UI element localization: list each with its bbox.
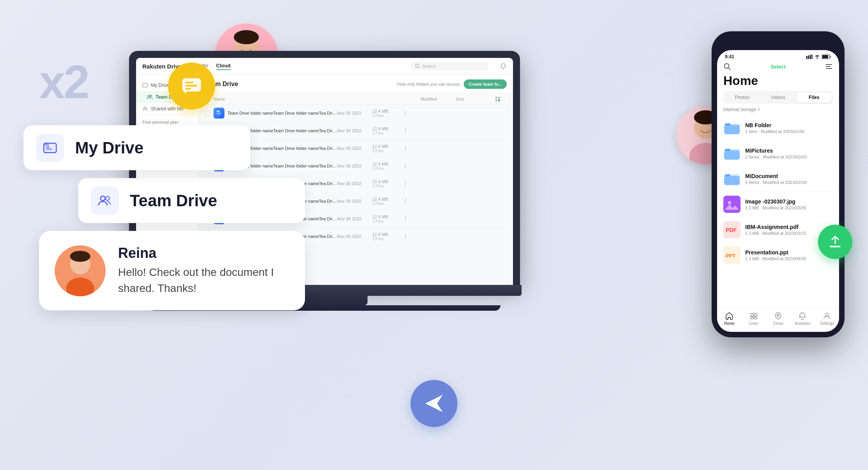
tab-files[interactable]: Files [796, 92, 832, 103]
phone-bottom-nav: Home Links Cloud Activities Settings [717, 308, 839, 332]
svg-point-55 [405, 183, 406, 184]
row-checkbox[interactable] [205, 110, 210, 116]
my-drive-card[interactable]: My My Drive [23, 125, 250, 170]
svg-rect-19 [143, 83, 147, 87]
file-more-btn[interactable] [400, 163, 411, 169]
phone-search-row: Select [717, 61, 839, 74]
phone-file-name: Image -0230307.jpg [745, 198, 833, 205]
svg-rect-96 [723, 196, 741, 213]
file-date: Nov 30 2022 [337, 128, 372, 133]
phone-file-name: NB Folder [745, 122, 833, 128]
svg-rect-27 [217, 111, 220, 112]
phone-nav-icon [750, 312, 758, 320]
file-size: 12.4 MB 3 Files [372, 109, 400, 118]
file-more-btn[interactable] [400, 198, 411, 204]
file-more-btn[interactable] [400, 110, 411, 116]
svg-point-56 [405, 185, 406, 185]
svg-point-2 [100, 196, 105, 201]
file-size: 12.4 MB 3 Files [372, 126, 400, 135]
file-size: 12.4 MB 3 Files [372, 144, 400, 153]
file-date: Nov 30 2022 [337, 216, 372, 221]
table-row[interactable]: Team Drive folder nameTeam Drive folder … [199, 104, 513, 122]
phone-file-item[interactable]: MiPictures 2 Items · Modified at 2023/02… [717, 141, 839, 166]
phone-file-name: Presentation.ppt [745, 249, 833, 256]
phone-search-icon[interactable] [723, 63, 731, 70]
svg-point-36 [405, 129, 406, 130]
phone-screen: 9:41 Select Home Photos [717, 50, 839, 332]
file-list: Team Drive folder nameTeam Drive folder … [199, 104, 513, 245]
svg-rect-81 [822, 55, 828, 58]
phone-file-item[interactable]: NB Folder 1 Item · Modified at 2023/01/0… [717, 115, 839, 141]
file-more-btn[interactable] [400, 234, 411, 239]
grid-view-icon[interactable] [495, 96, 500, 102]
phone-nav-activities[interactable]: Activities [790, 312, 814, 326]
svg-rect-28 [217, 113, 221, 113]
file-date: Nov 30 2022 [337, 234, 372, 239]
phone-nav-icon [725, 312, 733, 320]
svg-rect-29 [217, 114, 221, 115]
file-more-btn[interactable] [400, 216, 411, 221]
search-bar[interactable]: Search [411, 62, 489, 70]
svg-point-73 [405, 236, 406, 237]
svg-rect-75 [806, 56, 807, 59]
phone-body: 9:41 Select Home Photos [712, 31, 845, 337]
phone-menu-icon[interactable] [825, 63, 833, 70]
phone-file-meta: 1.3 MB · Modified at 2023/03/05 [745, 205, 833, 210]
svg-point-60 [405, 199, 406, 200]
svg-point-79 [817, 58, 818, 59]
svg-rect-92 [725, 149, 730, 151]
phone-status-icons [806, 54, 831, 59]
svg-rect-10 [185, 85, 197, 86]
file-more-btn[interactable] [400, 146, 411, 151]
tab-videos[interactable]: Videos [760, 92, 796, 103]
phone-nav-label: Activities [795, 321, 810, 326]
table-header: Name Modified Size [199, 94, 513, 104]
svg-point-6 [70, 251, 90, 262]
nav-cloud[interactable]: Cloud [216, 63, 231, 70]
phone-home-title: Home [717, 74, 839, 88]
svg-point-54 [405, 182, 406, 182]
phone-nav-settings[interactable]: Settings [815, 312, 839, 326]
svg-point-62 [405, 202, 406, 203]
svg-point-66 [405, 217, 406, 218]
file-size: 12.4 MB 3 Files [372, 214, 400, 223]
send-icon-circle [411, 380, 457, 427]
svg-point-31 [405, 113, 406, 113]
phone-file-item[interactable]: MiDocument 5 Items · Modified at 2023/02… [717, 166, 839, 192]
file-size: 12.4 MB 3 Files [372, 232, 400, 241]
team-drive-card[interactable]: Team Drive [78, 178, 305, 223]
phone-file-list: NB Folder 1 Item · Modified at 2023/01/0… [717, 115, 839, 308]
phone-file-type-icon [723, 170, 741, 187]
svg-rect-25 [495, 99, 497, 101]
svg-point-32 [405, 114, 406, 115]
notification-icon[interactable] [500, 63, 507, 70]
phone-notch [755, 37, 802, 48]
svg-line-17 [419, 67, 420, 68]
phone-file-item[interactable]: Image -0230307.jpg 1.3 MB · Modified at … [717, 192, 839, 217]
file-more-btn[interactable] [400, 128, 411, 133]
tab-photos[interactable]: Photos [725, 92, 760, 103]
phone-nav-links[interactable]: Links [741, 312, 766, 326]
chat-sender-name: Reina [118, 245, 289, 261]
file-date: Nov 30 2022 [337, 181, 372, 186]
phone-nav-label: Settings [820, 321, 834, 326]
file-more-btn[interactable] [400, 181, 411, 186]
main-header: Team Drive View only folders you can acc… [199, 75, 513, 94]
phone-breadcrumb: Internal storage > [717, 107, 839, 115]
phone-nav-home[interactable]: Home [717, 312, 741, 326]
svg-point-67 [405, 218, 406, 219]
phone-file-name: MiPictures [745, 148, 833, 154]
phone-nav-cloud[interactable]: Cloud [766, 312, 790, 326]
phone-nav-label: Links [749, 321, 758, 326]
svg-point-49 [405, 166, 406, 166]
phone-select-btn[interactable]: Select [771, 64, 786, 70]
svg-line-83 [729, 68, 731, 70]
svg-rect-9 [185, 82, 193, 83]
phone-tabs: Photos Videos Files [723, 91, 833, 104]
chat-avatar [55, 245, 106, 296]
phone-file-name: IBM-Assignment.pdf [745, 224, 833, 230]
svg-rect-26 [498, 99, 500, 101]
svg-point-97 [728, 201, 731, 204]
team-drive-icon [91, 187, 119, 215]
create-team-btn[interactable]: Create team fo... [464, 79, 507, 89]
